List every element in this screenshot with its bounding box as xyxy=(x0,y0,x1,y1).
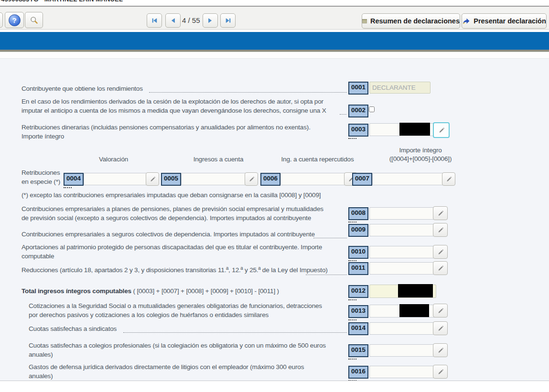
pencil-icon xyxy=(437,210,444,217)
resumen-declaraciones-label: Resumen de declaraciones xyxy=(370,17,460,25)
footnote-especie: (*) excepto las contribuciones empresari… xyxy=(22,191,321,200)
section-banner xyxy=(0,32,549,50)
panel-bottom-border xyxy=(0,381,549,381)
dotted-leader xyxy=(123,324,347,333)
row-0013-label: Cotizaciones a la Seguridad Social o a m… xyxy=(29,301,322,320)
edit-0008-pencil-button[interactable] xyxy=(433,206,448,220)
field-0007-input[interactable] xyxy=(372,173,444,185)
field-0011-input[interactable] xyxy=(369,262,435,275)
dotted-leader xyxy=(313,230,347,238)
box-code-0003: 0003 xyxy=(348,124,368,137)
box-code-0008: 0008 xyxy=(348,207,368,220)
submit-arrow-icon xyxy=(462,18,470,25)
row-0016-label: Gastos de defensa jurídica derivados dir… xyxy=(29,362,304,381)
resumen-declaraciones-button[interactable]: Resumen de declaraciones xyxy=(362,13,460,29)
field-0008-input[interactable] xyxy=(369,207,435,220)
help-button[interactable]: ? xyxy=(5,12,24,28)
redacted-value-0013 xyxy=(399,304,429,317)
presentar-declaracion-label: Presentar declaración xyxy=(474,17,546,25)
first-page-icon xyxy=(151,17,158,24)
box-code-0011: 0011 xyxy=(348,262,368,275)
column-header-ingresos-a-cuenta: Ingresos a cuenta xyxy=(176,155,261,164)
page-indicator: 4 / 55 xyxy=(182,16,200,24)
pencil-icon xyxy=(446,176,452,182)
field-0006-input[interactable] xyxy=(280,173,347,185)
field-0014-input[interactable] xyxy=(369,322,435,335)
box-code-0010: 0010 xyxy=(348,246,368,259)
last-page-button[interactable] xyxy=(220,13,236,28)
previous-page-button[interactable] xyxy=(165,13,181,28)
field-0001-input[interactable] xyxy=(369,82,431,94)
edit-0007-pencil-button[interactable] xyxy=(442,172,455,186)
previous-page-icon xyxy=(170,17,176,24)
dotted-leader xyxy=(306,266,347,275)
edit-0013-pencil-button[interactable] xyxy=(433,304,448,318)
edit-0015-pencil-button[interactable] xyxy=(433,343,448,357)
edit-0016-pencil-button[interactable] xyxy=(433,365,448,379)
box-code-0012: 0012 xyxy=(348,285,368,298)
magnifier-icon xyxy=(30,16,38,24)
presentar-declaracion-button[interactable]: Presentar declaración xyxy=(462,13,547,29)
row-especie-label: Retribuciones en especie (*) xyxy=(22,168,60,187)
summary-table-icon xyxy=(362,18,367,25)
box-code-0016: 0016 xyxy=(348,366,368,379)
field-0015-input[interactable] xyxy=(369,344,435,357)
field-0004-input[interactable] xyxy=(84,173,149,185)
row-0009-label: Contribuciones empresariales a seguros c… xyxy=(22,230,315,239)
edit-0004-pencil-button[interactable] xyxy=(146,172,159,186)
field-0005-input[interactable] xyxy=(181,173,246,185)
help-question-icon: ? xyxy=(9,14,21,26)
row-0003-label: Retribuciones dinerarias (incluidas pens… xyxy=(22,123,311,141)
row-0011-label: Reducciones (artículo 18, apartados 2 y … xyxy=(22,265,328,275)
box-code-0005: 0005 xyxy=(161,173,181,186)
redacted-value-0003 xyxy=(399,123,430,136)
dotted-leader xyxy=(149,84,347,93)
taxpayer-id-line: 45900885YG - MARTINEZ LAIN MANUEL xyxy=(0,0,549,5)
first-page-button[interactable] xyxy=(147,13,162,28)
edit-0003-pencil-button[interactable] xyxy=(433,122,450,138)
row-0015-label: Cuotas satisfechas a colegios profesiona… xyxy=(29,341,326,360)
column-header-importe-integro: Importe íntegro ([0004]+[0005]-[0006]) xyxy=(377,146,463,163)
clipped-toolbar-button[interactable] xyxy=(0,12,3,28)
column-header-ing-repercutidos: Ing. a cuenta repercutidos xyxy=(273,155,362,164)
redacted-value-0012 xyxy=(398,284,433,297)
taxpayer-id-text: 45900885YG - MARTINEZ LAIN MANUEL xyxy=(1,0,549,3)
box-code-0014: 0014 xyxy=(348,322,368,335)
box-code-0015: 0015 xyxy=(348,344,368,357)
box-code-0001: 0001 xyxy=(348,82,368,95)
row-0002-label: En el caso de los rendimientos derivados… xyxy=(22,97,326,116)
row-0001-label: Contribuyente que obtiene los rendimient… xyxy=(22,84,143,93)
pencil-icon xyxy=(437,249,444,255)
box-code-0002: 0002 xyxy=(348,105,368,117)
field-0016-input[interactable] xyxy=(369,366,435,378)
row-0012-label-bold: Total ingresos íntegros computables xyxy=(22,287,131,295)
edit-0011-pencil-button[interactable] xyxy=(433,261,448,275)
edit-0009-pencil-button[interactable] xyxy=(433,223,448,237)
pencil-icon xyxy=(437,265,444,272)
field-0009-input[interactable] xyxy=(369,224,435,236)
edit-0010-pencil-button[interactable] xyxy=(433,245,448,259)
field-0002-checkbox[interactable] xyxy=(369,106,375,112)
pencil-icon xyxy=(437,227,444,233)
row-0010-label: Aportaciones al patrimonio protegido de … xyxy=(22,243,322,261)
column-header-valoracion: Valoración xyxy=(72,155,155,164)
pencil-icon xyxy=(248,176,255,182)
row-0008-label: Contribuciones empresariales a planes de… xyxy=(22,204,323,223)
panel-top-strip xyxy=(0,53,549,59)
pencil-icon xyxy=(437,307,444,314)
pencil-icon xyxy=(438,127,445,134)
box-code-0007: 0007 xyxy=(352,173,372,186)
next-page-button[interactable] xyxy=(203,13,218,28)
row-0012-label: Total ingresos íntegros computables ( [0… xyxy=(22,286,279,296)
search-button[interactable] xyxy=(25,12,43,28)
pencil-icon xyxy=(437,369,444,375)
row-0012-formula: ( [0003] + [0007] + [0008] + [0009] + [0… xyxy=(131,287,279,295)
edit-0014-pencil-button[interactable] xyxy=(433,321,448,335)
toolbar: ? 4 / 55 xyxy=(0,6,549,30)
box-code-0006: 0006 xyxy=(260,173,280,186)
box-code-0009: 0009 xyxy=(348,224,368,237)
renta-web-window: 45900885YG - MARTINEZ LAIN MANUEL ? 4 / … xyxy=(0,0,549,392)
field-0010-input[interactable] xyxy=(369,246,435,258)
edit-0005-pencil-button[interactable] xyxy=(245,172,258,186)
last-page-icon xyxy=(225,17,232,24)
